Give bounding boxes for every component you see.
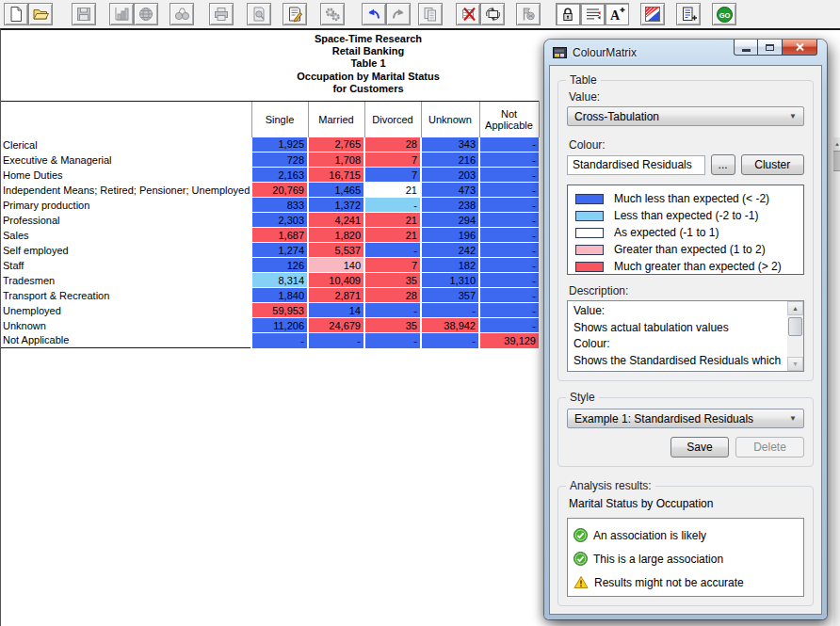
column-header[interactable]: Not Applicable: [479, 102, 539, 137]
value-cell[interactable]: -: [308, 333, 364, 348]
scroll-up-icon[interactable]: ▲: [787, 301, 803, 315]
value-cell[interactable]: 21: [364, 183, 421, 198]
dialog-titlebar[interactable]: ColourMatrix: [544, 40, 827, 65]
value-cell[interactable]: -: [479, 273, 539, 288]
row-label[interactable]: Sales: [1, 228, 251, 243]
value-cell[interactable]: 21: [364, 213, 421, 228]
value-cell[interactable]: 126: [251, 258, 308, 273]
value-cell[interactable]: 2,765: [308, 137, 364, 152]
row-label[interactable]: Unknown: [1, 318, 251, 333]
row-label[interactable]: Staff: [1, 258, 251, 273]
value-cell[interactable]: 1,820: [308, 228, 364, 243]
value-cell[interactable]: -: [479, 152, 539, 168]
value-cell[interactable]: 20,769: [251, 183, 308, 198]
value-cell[interactable]: 59,953: [251, 303, 308, 318]
value-cell[interactable]: 28: [364, 288, 421, 303]
scrollbar-thumb[interactable]: [833, 151, 840, 171]
value-cell[interactable]: 7: [364, 152, 421, 168]
minimize-button[interactable]: [734, 40, 758, 56]
value-cell[interactable]: -: [364, 198, 421, 213]
browse-button[interactable]: ...: [711, 154, 735, 175]
value-cell[interactable]: -: [479, 318, 539, 333]
column-header[interactable]: Unknown: [421, 102, 479, 137]
row-format-button[interactable]: [580, 3, 605, 25]
value-cell[interactable]: 1,687: [251, 228, 308, 243]
row-label[interactable]: Independent Means; Retired; Pensioner; U…: [1, 183, 251, 198]
value-cell[interactable]: -: [479, 183, 539, 198]
value-cell[interactable]: 1,465: [308, 183, 364, 198]
value-cell[interactable]: 8,314: [251, 273, 308, 288]
edit-table-button[interactable]: [283, 3, 307, 25]
value-cell[interactable]: -: [364, 243, 421, 258]
value-cell[interactable]: 7: [364, 258, 421, 273]
row-label[interactable]: Home Duties: [1, 168, 251, 183]
row-label[interactable]: Tradesmen: [1, 273, 251, 288]
value-cell[interactable]: 35: [364, 318, 421, 333]
value-cell[interactable]: 7: [364, 168, 421, 183]
column-header[interactable]: Married: [308, 102, 364, 137]
maximize-button[interactable]: [758, 40, 783, 56]
undo-button[interactable]: [362, 3, 386, 25]
row-label[interactable]: Transport & Recreation: [1, 288, 251, 303]
value-cell[interactable]: 2,163: [251, 168, 308, 183]
value-cell[interactable]: 1,372: [308, 198, 364, 213]
cluster-button[interactable]: Cluster: [741, 154, 804, 175]
value-cell[interactable]: -: [421, 303, 479, 318]
description-scrollbar[interactable]: ▲ ▼: [787, 301, 803, 371]
delete-rows-button[interactable]: [456, 3, 480, 25]
value-cell[interactable]: 294: [421, 213, 479, 228]
row-label[interactable]: Self employed: [1, 243, 251, 258]
row-label[interactable]: Primary production: [1, 198, 251, 213]
row-label[interactable]: Professional: [1, 213, 251, 228]
value-cell[interactable]: -: [479, 198, 539, 213]
close-button[interactable]: [783, 40, 817, 56]
font-increase-button[interactable]: A: [605, 3, 629, 25]
value-cell[interactable]: -: [479, 258, 539, 273]
value-cell[interactable]: 343: [421, 137, 479, 152]
value-cell[interactable]: -: [364, 303, 421, 318]
colour-matrix-button[interactable]: [640, 3, 665, 25]
value-cell[interactable]: 242: [421, 243, 479, 258]
value-cell[interactable]: -: [479, 137, 539, 152]
value-cell[interactable]: 11,206: [251, 318, 308, 333]
colour-input[interactable]: Standardised Residuals: [567, 155, 705, 175]
style-select[interactable]: Example 1: Standardised Residuals ▼: [567, 409, 804, 428]
value-cell[interactable]: 24,679: [308, 318, 364, 333]
value-cell[interactable]: 473: [421, 183, 479, 198]
value-cell[interactable]: -: [479, 303, 539, 318]
open-file-button[interactable]: [28, 3, 53, 25]
value-cell[interactable]: -: [251, 333, 308, 348]
value-cell[interactable]: 16,715: [308, 168, 364, 183]
value-cell[interactable]: 1,274: [251, 243, 308, 258]
value-cell[interactable]: 2,871: [308, 288, 364, 303]
value-cell[interactable]: 203: [421, 168, 479, 183]
value-cell[interactable]: 4,241: [308, 213, 364, 228]
value-cell[interactable]: -: [479, 243, 539, 258]
value-cell[interactable]: -: [479, 168, 539, 183]
value-select[interactable]: Cross-Tabulation ▼: [567, 106, 804, 126]
scroll-up-icon[interactable]: ▲: [833, 137, 840, 151]
rotate-table-button[interactable]: [480, 3, 505, 25]
value-cell[interactable]: -: [364, 333, 421, 348]
row-label[interactable]: Clerical: [1, 137, 251, 152]
value-cell[interactable]: 140: [308, 258, 364, 273]
value-cell[interactable]: -: [479, 213, 539, 228]
value-cell[interactable]: -: [479, 288, 539, 303]
value-cell[interactable]: 182: [421, 258, 479, 273]
value-cell[interactable]: 357: [421, 288, 479, 303]
value-cell[interactable]: 1,840: [251, 288, 308, 303]
row-label[interactable]: Unemployed: [1, 303, 251, 318]
value-cell[interactable]: 5,537: [308, 243, 364, 258]
lock-button[interactable]: [556, 3, 580, 25]
value-cell[interactable]: 39,129: [479, 333, 539, 348]
row-label[interactable]: Executive & Managerial: [1, 152, 251, 168]
value-cell[interactable]: -: [479, 228, 539, 243]
value-cell[interactable]: 1,708: [308, 152, 364, 168]
column-header[interactable]: Single: [251, 102, 308, 137]
value-cell[interactable]: 38,942: [421, 318, 479, 333]
value-cell[interactable]: 238: [421, 198, 479, 213]
main-vertical-scrollbar[interactable]: ▲: [833, 137, 840, 626]
value-cell[interactable]: 833: [251, 198, 308, 213]
value-cell[interactable]: 216: [421, 152, 479, 168]
value-cell[interactable]: 196: [421, 228, 479, 243]
